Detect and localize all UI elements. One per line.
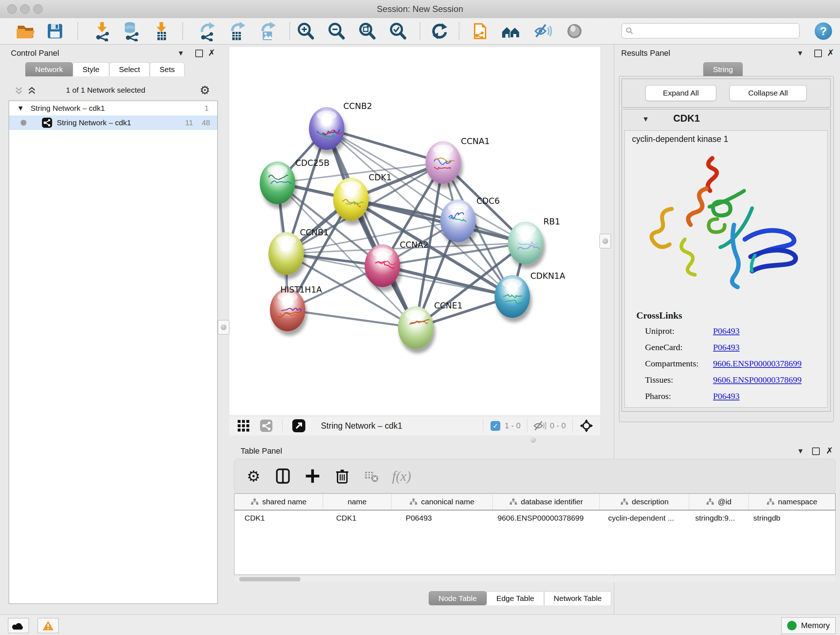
tab-style[interactable]: Style — [73, 62, 109, 76]
table-panel-close-icon[interactable]: ✗ — [826, 447, 833, 455]
node-HIST1H1A[interactable] — [270, 288, 305, 331]
crosslink-value-link[interactable]: 9606.ENSP00000378699 — [713, 359, 802, 369]
string-home-button[interactable] — [500, 20, 522, 42]
tab-select[interactable]: Select — [109, 62, 150, 76]
import-table-button[interactable] — [150, 20, 172, 42]
control-panel-close-icon[interactable]: ✗ — [208, 49, 215, 57]
grid-view-icon[interactable] — [237, 420, 249, 432]
node-CCNB1[interactable] — [268, 232, 304, 275]
entry-collapse-triangle-icon[interactable]: ▼ — [644, 116, 648, 122]
horizontal-splitter-handle[interactable] — [531, 437, 536, 443]
zoom-fit-button[interactable] — [356, 20, 378, 42]
table-cell[interactable]: P06493 — [392, 510, 493, 526]
column-header-canonical-name[interactable]: canonical name — [392, 494, 493, 510]
tab-network[interactable]: Network — [25, 62, 73, 76]
node-CDC6[interactable] — [440, 200, 476, 242]
export-network-button[interactable] — [196, 20, 218, 42]
warning-status-button[interactable] — [38, 618, 58, 633]
hide-glass-button[interactable] — [532, 20, 554, 42]
table-cell[interactable]: stringdb — [749, 510, 835, 526]
open-session-button[interactable] — [14, 20, 36, 42]
network-canvas[interactable]: CCNB2CCNA1CDC25BCDK1CDC6RB1CCNB1CCNA2CDK… — [229, 47, 600, 416]
import-network-file-button[interactable] — [91, 20, 113, 42]
crosslink-value-link[interactable]: 9606.ENSP00000378699 — [713, 375, 802, 385]
tree-expand-triangle-icon[interactable]: ▼ — [19, 105, 23, 111]
node-CDKN1A[interactable] — [494, 275, 530, 318]
results-panel-close-icon[interactable]: ✗ — [827, 49, 834, 57]
expand-all-button[interactable]: Expand All — [645, 85, 716, 101]
table-cell[interactable]: CDK1 — [234, 510, 323, 526]
network-row-selected[interactable]: String Network – cdk1 11 48 — [9, 116, 218, 130]
share-view-icon[interactable] — [260, 419, 273, 432]
table-hscrollbar-thumb[interactable] — [239, 577, 301, 581]
column-header--id[interactable]: @id — [689, 494, 749, 510]
table-cell[interactable]: 9606.ENSP00000378699 — [493, 510, 600, 526]
edge-HIST1H1A-CCNE1[interactable] — [287, 310, 416, 328]
collapse-all-button[interactable]: Collapse All — [729, 85, 807, 101]
crosslink-value-link[interactable]: P06493 — [713, 342, 739, 352]
zoom-in-button[interactable] — [295, 20, 317, 42]
network-graph[interactable]: CCNB2CCNA1CDC25BCDK1CDC6RB1CCNB1CCNA2CDK… — [229, 47, 600, 416]
tab-node-table[interactable]: Node Table — [429, 591, 486, 605]
table-panel-menu-icon[interactable]: ▼ — [798, 448, 803, 454]
table-cell[interactable]: CDK1 — [323, 510, 392, 526]
tab-string[interactable]: String — [703, 62, 743, 76]
column-header-namespace[interactable]: namespace — [749, 494, 835, 510]
add-column-icon[interactable] — [303, 467, 322, 486]
network-collection-row[interactable]: ▼ String Network – cdk1 1 — [9, 101, 218, 116]
tab-sets[interactable]: Sets — [150, 62, 185, 76]
table-panel-float-icon[interactable] — [812, 448, 820, 455]
tab-edge-table[interactable]: Edge Table — [486, 591, 544, 605]
node-RB1[interactable] — [508, 222, 543, 264]
export-image-button[interactable] — [257, 20, 279, 42]
tab-network-table[interactable]: Network Table — [544, 591, 612, 605]
node-CCNE1[interactable] — [398, 306, 433, 349]
zoom-selected-button[interactable] — [387, 20, 409, 42]
node-CDK1[interactable] — [333, 178, 369, 220]
detach-view-icon[interactable] — [292, 419, 306, 432]
import-network-database-button[interactable] — [120, 20, 142, 42]
node-CCNB2[interactable] — [309, 107, 344, 150]
delete-table-icon[interactable] — [363, 467, 380, 485]
column-header-database-identifier[interactable]: database identifier — [493, 494, 600, 510]
node-CCNA2[interactable] — [365, 244, 400, 287]
hidden-eye-icon[interactable] — [533, 420, 546, 431]
table-hscrollbar[interactable] — [234, 576, 836, 582]
crosslink-value-link[interactable]: P06493 — [713, 326, 739, 336]
birdseye-crosshair-icon[interactable] — [579, 418, 594, 433]
save-session-button[interactable] — [44, 20, 66, 42]
cloud-status-button[interactable] — [8, 618, 29, 633]
crosslink-value-link[interactable]: P06493 — [713, 391, 739, 401]
memory-button[interactable]: Memory — [782, 617, 836, 634]
network-options-gear-icon[interactable]: ⚙ — [200, 83, 210, 97]
left-splitter-handle[interactable] — [218, 320, 229, 334]
edge-CCNB2-CCNE1[interactable] — [327, 128, 416, 328]
table-cell[interactable]: cyclin-dependent ... — [600, 510, 690, 526]
node-CCNA1[interactable] — [425, 141, 461, 184]
column-header-shared-name[interactable]: shared name — [234, 494, 323, 510]
expand-all-chevron-icon[interactable] — [27, 86, 37, 96]
function-builder-icon[interactable]: f(x) — [392, 468, 411, 484]
string-import-button[interactable] — [470, 20, 491, 42]
delete-column-icon[interactable] — [333, 467, 352, 486]
table-settings-gear-icon[interactable]: ⚙ — [247, 467, 261, 485]
help-button[interactable]: ? — [815, 22, 832, 40]
show-glass-button[interactable] — [564, 20, 585, 42]
control-panel-float-icon[interactable] — [195, 50, 203, 57]
column-header-description[interactable]: description — [600, 494, 689, 510]
search-input[interactable] — [636, 27, 796, 35]
control-panel-menu-icon[interactable]: ▼ — [179, 50, 183, 57]
results-panel-float-icon[interactable] — [814, 50, 822, 57]
column-header-name[interactable]: name — [323, 494, 392, 510]
edge-CCNB2-CCNA1[interactable] — [327, 128, 443, 163]
zoom-out-button[interactable] — [325, 20, 347, 42]
selected-checkbox-icon[interactable]: ✓ — [491, 421, 500, 431]
show-columns-icon[interactable] — [273, 467, 292, 486]
table-row[interactable]: CDK1CDK1P064939606.ENSP00000378699cyclin… — [234, 510, 835, 526]
export-table-button[interactable] — [226, 20, 248, 42]
apply-layout-button[interactable] — [429, 20, 451, 42]
right-splitter-handle[interactable] — [600, 234, 611, 249]
results-panel-menu-icon[interactable]: ▼ — [798, 50, 802, 57]
node-CDC25B[interactable] — [260, 162, 295, 204]
collapse-all-chevron-icon[interactable] — [14, 86, 24, 96]
